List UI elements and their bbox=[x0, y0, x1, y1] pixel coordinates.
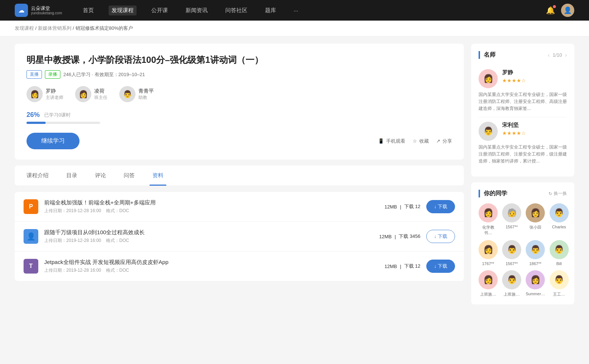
classmate-6[interactable]: 👨 1567** bbox=[502, 240, 521, 266]
classmate-5-avatar: 👩 bbox=[479, 240, 498, 259]
sidebar-teacher-2-desc: 国内某重点大学安全工程专业硕士，国家一级注册消防工程师、注册安全工程师，级注册建… bbox=[479, 144, 567, 165]
sidebar-teacher-1-avatar: 👩 bbox=[479, 69, 498, 88]
progress-sub: 已学习0课时 bbox=[44, 112, 71, 118]
material-icon-2: 👤 bbox=[24, 229, 38, 244]
sidebar: 名师 ‹ 1/10 › 👩 罗静 ★★★★☆ 国 bbox=[471, 44, 574, 310]
classmate-8-name: Bill bbox=[556, 261, 562, 266]
classmate-3-avatar: 👩 bbox=[526, 203, 545, 222]
sidebar-teacher-2: 👨 宋利坚 ★★★★☆ 国内某重点大学安全工程专业硕士，国家一级注册消防工程师、… bbox=[479, 117, 567, 169]
collect-button[interactable]: ☆ 收藏 bbox=[413, 138, 429, 144]
course-badges: 直播 录播 246人已学习 · 有效期至：2019–10–21 bbox=[27, 70, 452, 79]
teacher-2-avatar: 👩 bbox=[75, 86, 91, 102]
teachers-card-header: 名师 ‹ 1/10 › bbox=[479, 51, 567, 59]
classmate-1[interactable]: 👩 化学教书… bbox=[479, 203, 498, 236]
material-info-1: 前端全栈加强版！前端全栈+全周期+多端应用 上传日期：2019-12-28 16… bbox=[44, 199, 378, 214]
classmate-7[interactable]: 👨 1867** bbox=[526, 240, 545, 266]
tab-comments[interactable]: 评论 bbox=[92, 165, 109, 186]
classmate-12-avatar: 👨 bbox=[550, 270, 569, 289]
classmate-8[interactable]: 👨 Bill bbox=[550, 240, 569, 266]
breadcrumb: 发现课程 / 新媒体营销系列 / 销冠修炼术搞定80%的客户 bbox=[0, 21, 589, 36]
course-title: 明星中教授课，小学阶段语法100分–强化级第1讲动词（一） bbox=[27, 54, 452, 66]
notification-bell[interactable]: 🔔 bbox=[546, 6, 555, 15]
classmate-4-name: Charles bbox=[552, 225, 566, 229]
nav-right: 🔔 👤 bbox=[546, 4, 574, 17]
prev-page-button[interactable]: ‹ bbox=[548, 52, 550, 58]
classmate-5-name: 1767** bbox=[482, 261, 494, 266]
progress-percent: 26% bbox=[27, 111, 40, 119]
sidebar-teacher-2-name: 宋利坚 bbox=[502, 122, 526, 129]
mobile-icon: 📱 bbox=[378, 138, 384, 144]
tab-qa[interactable]: 问答 bbox=[121, 165, 138, 186]
download-button-3[interactable]: ↓ 下载 bbox=[426, 260, 455, 273]
main-layout: 明星中教授课，小学阶段语法100分–强化级第1讲动词（一） 直播 录播 246人… bbox=[0, 36, 589, 318]
sidebar-teacher-2-stars: ★★★★☆ bbox=[502, 130, 526, 136]
classmate-8-avatar: 👨 bbox=[550, 240, 569, 259]
tab-contents[interactable]: 目录 bbox=[63, 165, 80, 186]
sidebar-teacher-2-avatar: 👨 bbox=[479, 122, 498, 141]
classmate-11[interactable]: 👩 Summer… bbox=[526, 270, 545, 297]
teachers-row: 👩 罗静 主讲老师 👩 凌荷 班主任 👨 青青平 bbox=[27, 86, 452, 102]
material-item-2: 👤 跟随千万级项目从0到100全过程高效成长 上传日期：2019-12-28 1… bbox=[15, 222, 464, 251]
teacher-2: 👩 凌荷 班主任 bbox=[75, 86, 107, 102]
main-content: 明星中教授课，小学阶段语法100分–强化级第1讲动词（一） 直播 录播 246人… bbox=[15, 44, 464, 310]
classmate-3[interactable]: 👩 张小田 bbox=[526, 203, 545, 236]
classmate-9[interactable]: 👩 上班族… bbox=[479, 270, 498, 297]
progress-section: 26% 已学习0课时 bbox=[27, 111, 452, 124]
logo[interactable]: ☁ 云朵课堂 yundouketang.com bbox=[15, 4, 62, 17]
classmate-2[interactable]: 🧓 1567** bbox=[502, 203, 521, 236]
tabs-bar: 课程介绍 目录 评论 问答 资料 bbox=[15, 165, 464, 186]
classmate-9-avatar: 👩 bbox=[479, 270, 498, 289]
nav-item-more[interactable]: ··· bbox=[291, 6, 301, 15]
nav-item-home[interactable]: 首页 bbox=[80, 6, 97, 15]
nav-item-qa[interactable]: 问答社区 bbox=[222, 6, 250, 15]
material-name-3: Jetpack全组件实战 开发短视频应用高仿皮皮虾App bbox=[44, 259, 378, 266]
download-button-2[interactable]: ↓ 下载 bbox=[426, 230, 455, 243]
nav-item-discover[interactable]: 发现课程 bbox=[109, 6, 137, 15]
teachers-pagination: ‹ 1/10 › bbox=[548, 52, 567, 58]
materials-list: P 前端全栈加强版！前端全栈+全周期+多端应用 上传日期：2019-12-28 … bbox=[15, 192, 464, 281]
nav-item-news[interactable]: 新闻资讯 bbox=[183, 6, 211, 15]
material-meta-3: 上传日期：2019-12-28 16:00 格式：DOC bbox=[44, 267, 378, 274]
classmate-2-name: 1567** bbox=[505, 225, 518, 229]
badge-record: 录播 bbox=[45, 70, 60, 79]
nav-item-quiz[interactable]: 题库 bbox=[262, 6, 279, 15]
teacher-1-avatar: 👩 bbox=[27, 86, 43, 102]
tab-intro[interactable]: 课程介绍 bbox=[24, 165, 52, 186]
sidebar-teacher-1-stars: ★★★★☆ bbox=[502, 78, 526, 83]
breadcrumb-series[interactable]: 新媒体营销系列 bbox=[38, 25, 71, 31]
teacher-2-name: 凌荷 bbox=[94, 88, 107, 94]
watch-mobile-button[interactable]: 📱 手机观看 bbox=[378, 138, 405, 144]
tab-materials[interactable]: 资料 bbox=[149, 165, 166, 186]
classmates-card-header: 你的同学 ↻ 换一换 bbox=[479, 190, 567, 197]
nav-item-open[interactable]: 公开课 bbox=[148, 6, 171, 15]
star-icon: ☆ bbox=[413, 138, 417, 144]
material-name-1: 前端全栈加强版！前端全栈+全周期+多端应用 bbox=[44, 199, 378, 206]
classmate-4-avatar: 👨 bbox=[550, 203, 569, 222]
material-item-3: T Jetpack全组件实战 开发短视频应用高仿皮皮虾App 上传日期：2019… bbox=[15, 251, 464, 281]
next-page-button[interactable]: › bbox=[565, 52, 567, 58]
material-name-2: 跟随千万级项目从0到100全过程高效成长 bbox=[44, 229, 373, 236]
navbar: ☁ 云朵课堂 yundouketang.com 首页 发现课程 公开课 新闻资讯… bbox=[0, 0, 589, 21]
share-button[interactable]: ↗ 分享 bbox=[436, 138, 452, 144]
classmate-5[interactable]: 👩 1767** bbox=[479, 240, 498, 266]
classmate-1-avatar: 👩 bbox=[479, 203, 498, 222]
classmate-4[interactable]: 👨 Charles bbox=[550, 203, 569, 236]
classmate-2-avatar: 🧓 bbox=[502, 203, 521, 222]
teacher-3-role: 助教 bbox=[138, 94, 154, 101]
continue-learning-button[interactable]: 继续学习 bbox=[27, 133, 80, 149]
classmate-10[interactable]: 👨 上班族… bbox=[502, 270, 521, 297]
download-button-1[interactable]: ↓ 下载 bbox=[426, 200, 455, 213]
badge-live: 直播 bbox=[27, 70, 42, 79]
material-meta-2: 上传日期：2019-12-28 16:00 格式：DOC bbox=[44, 238, 373, 244]
teachers-card-title: 名师 bbox=[479, 51, 495, 59]
user-avatar[interactable]: 👤 bbox=[561, 4, 574, 17]
classmate-12[interactable]: 👨 王工… bbox=[550, 270, 569, 297]
classmate-11-avatar: 👩 bbox=[526, 270, 545, 289]
material-stats-3: 12MB | 下载 12 bbox=[384, 263, 420, 270]
share-icon: ↗ bbox=[436, 138, 440, 144]
refresh-button[interactable]: ↻ 换一换 bbox=[549, 190, 567, 197]
logo-icon: ☁ bbox=[15, 4, 28, 17]
classmate-11-name: Summer… bbox=[526, 292, 545, 296]
breadcrumb-discover[interactable]: 发现课程 bbox=[15, 25, 34, 31]
teacher-3-avatar: 👨 bbox=[119, 86, 135, 102]
